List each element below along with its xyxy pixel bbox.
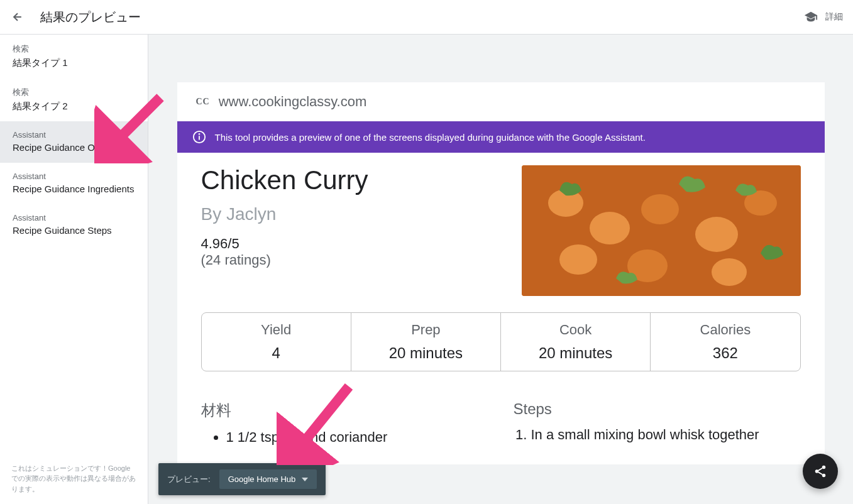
sidebar-item-category: Assistant [13,172,135,181]
stat-yield: Yield 4 [202,313,351,371]
preview-device-label: プレビュー: [167,474,211,485]
ingredients-column: 材料 1 1/2 tsp ground coriander [201,400,488,446]
share-icon [813,464,827,478]
info-icon [192,130,206,144]
recipe-stats: Yield 4 Prep 20 minutes Cook 20 minutes … [201,312,801,371]
details-link[interactable]: 詳細 [825,11,843,23]
simulation-disclaimer: これはシミュレーションです！Google での実際の表示や動作は異なる場合があり… [11,463,136,495]
stat-label: Cook [506,322,645,338]
sidebar-item-category: Assistant [13,213,135,222]
stat-label: Yield [207,322,346,338]
header-actions: 詳細 [804,10,843,24]
share-fab[interactable] [803,454,838,489]
stat-label: Calories [656,322,795,338]
banner-text: This tool provides a preview of one of t… [215,132,646,143]
svg-point-16 [822,474,826,478]
back-button[interactable] [10,9,25,25]
sidebar-item-label: 結果タイプ 2 [13,99,135,112]
sidebar: 検索 結果タイプ 1 検索 結果タイプ 2 Assistant Recipe G… [0,35,148,504]
svg-point-9 [559,244,597,275]
preview-device-bar: プレビュー: Google Home Hub [158,463,326,495]
sidebar-item-label: Recipe Guidance Ingredients [13,182,135,195]
sidebar-item-recipe-overview[interactable]: Assistant Recipe Guidance Overview [0,121,148,163]
sidebar-item-search-1[interactable]: 検索 結果タイプ 1 [0,35,148,78]
sidebar-item-search-2[interactable]: 検索 結果タイプ 2 [0,78,148,121]
stat-value: 4 [207,344,346,362]
stat-value: 20 minutes [506,344,645,362]
arrow-left-icon [11,11,24,23]
recipe-ratings-count: (24 ratings) [201,252,507,268]
ingredient-item: 1 1/2 tsp ground coriander [226,429,488,446]
sidebar-item-recipe-steps[interactable]: Assistant Recipe Guidance Steps [0,204,148,246]
stat-calories: Calories 362 [651,313,800,371]
ingredients-heading: 材料 [201,400,488,420]
info-banner: This tool provides a preview of one of t… [177,121,825,153]
recipe-image [522,165,801,296]
sidebar-item-label: Recipe Guidance Steps [13,224,135,237]
sidebar-item-category: 検索 [13,43,135,55]
source-url: www.cookingclassy.com [219,94,367,110]
svg-point-14 [822,466,826,469]
stat-cook: Cook 20 minutes [501,313,651,371]
preview-source-row: CC www.cookingclassy.com [177,82,825,121]
sidebar-item-label: 結果タイプ 1 [13,56,135,69]
recipe-title: Chicken Curry [201,165,507,195]
content-area: CC www.cookingclassy.com This tool provi… [148,35,853,504]
svg-point-15 [815,469,819,473]
steps-column: Steps In a small mixing bowl whisk toget… [514,400,801,446]
sidebar-item-category: 検索 [13,87,135,98]
preview-card: CC www.cookingclassy.com This tool provi… [177,82,825,464]
dropdown-icon [302,478,308,481]
svg-point-6 [641,194,679,224]
sidebar-item-recipe-ingredients[interactable]: Assistant Recipe Guidance Ingredients [0,163,148,204]
step-item: In a small mixing bowl whisk together [531,427,801,443]
svg-point-5 [590,212,630,244]
svg-point-2 [199,134,199,134]
svg-point-7 [695,217,738,252]
preview-device-select[interactable]: Google Home Hub [219,469,317,489]
source-favicon: CC [196,97,210,107]
steps-heading: Steps [514,400,801,418]
page-title: 結果のプレビュー [40,9,804,26]
svg-point-11 [712,258,747,286]
stat-prep: Prep 20 minutes [351,313,501,371]
school-icon[interactable] [804,10,818,24]
stat-value: 20 minutes [356,344,495,362]
recipe-author: By Jaclyn [201,204,507,224]
stat-label: Prep [356,322,495,338]
sidebar-item-category: Assistant [13,130,135,140]
sidebar-item-label: Recipe Guidance Overview [13,141,135,154]
sidebar-footer: これはシミュレーションです！Google での実際の表示や動作は異なる場合があり… [0,452,148,505]
recipe-rating: 4.96/5 [201,236,507,252]
stat-value: 362 [656,344,795,362]
preview-device-value: Google Home Hub [228,474,296,484]
app-header: 結果のプレビュー 詳細 [0,0,853,35]
